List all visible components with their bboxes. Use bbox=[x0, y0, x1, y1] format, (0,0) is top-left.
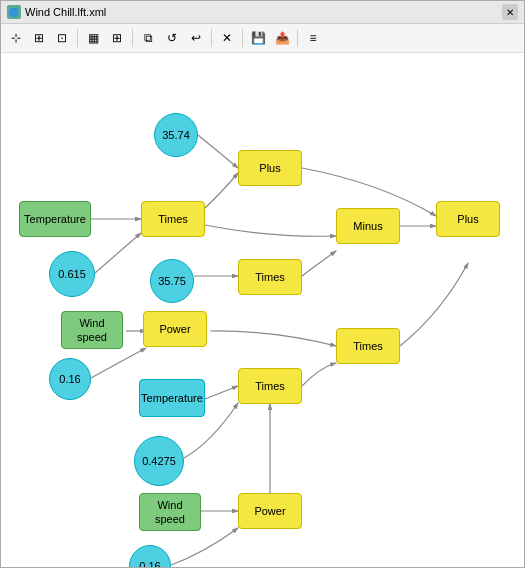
refresh-btn[interactable]: ↺ bbox=[161, 27, 183, 49]
plus2-node[interactable]: Plus bbox=[436, 201, 500, 237]
val-0615-node[interactable]: 0.615 bbox=[49, 251, 95, 297]
val-016b-node[interactable]: 0.16 bbox=[129, 545, 171, 567]
times2-node[interactable]: Times bbox=[238, 259, 302, 295]
close-button[interactable]: ✕ bbox=[502, 4, 518, 20]
window-title: Wind Chill.lft.xml bbox=[25, 6, 498, 18]
tool-group: ⊹ ⊞ ⊡ bbox=[5, 27, 73, 49]
copy-btn[interactable]: ⧉ bbox=[137, 27, 159, 49]
power1-node[interactable]: Power bbox=[143, 311, 207, 347]
times1-node[interactable]: Times bbox=[141, 201, 205, 237]
sep1 bbox=[77, 29, 78, 47]
select-tool-btn[interactable]: ⊹ bbox=[5, 27, 27, 49]
toolbar: ⊹ ⊞ ⊡ ▦ ⊞ ⧉ ↺ ↩ ✕ 💾 📤 ≡ bbox=[1, 24, 524, 53]
delete-btn[interactable]: ✕ bbox=[216, 27, 238, 49]
times3-node[interactable]: Times bbox=[238, 368, 302, 404]
sep2 bbox=[132, 29, 133, 47]
main-window: 🌀 Wind Chill.lft.xml ✕ ⊹ ⊞ ⊡ ▦ ⊞ ⧉ ↺ ↩ ✕… bbox=[0, 0, 525, 568]
val-3575-node[interactable]: 35.75 bbox=[150, 259, 194, 303]
plus1-node[interactable]: Plus bbox=[238, 150, 302, 186]
save-btn[interactable]: 💾 bbox=[247, 27, 269, 49]
val-04275-node[interactable]: 0.4275 bbox=[134, 436, 184, 486]
val-35-74-node[interactable]: 35.74 bbox=[154, 113, 198, 157]
app-icon: 🌀 bbox=[7, 5, 21, 19]
wind-speed1-node[interactable]: Windspeed bbox=[61, 311, 123, 349]
times4-node[interactable]: Times bbox=[336, 328, 400, 364]
sep4 bbox=[242, 29, 243, 47]
zoom-fit-btn[interactable]: ⊞ bbox=[28, 27, 50, 49]
temperature1-node[interactable]: Temperature bbox=[19, 201, 91, 237]
layout-btn[interactable]: ▦ bbox=[82, 27, 104, 49]
val-016a-node[interactable]: 0.16 bbox=[49, 358, 91, 400]
arrows-svg bbox=[1, 53, 524, 567]
titlebar: 🌀 Wind Chill.lft.xml ✕ bbox=[1, 1, 524, 24]
arrange-btn[interactable]: ⊞ bbox=[106, 27, 128, 49]
properties-btn[interactable]: ≡ bbox=[302, 27, 324, 49]
export-btn[interactable]: 📤 bbox=[271, 27, 293, 49]
temperature2-node[interactable]: Temperature bbox=[139, 379, 205, 417]
undo-btn[interactable]: ↩ bbox=[185, 27, 207, 49]
sep5 bbox=[297, 29, 298, 47]
diagram-canvas[interactable]: Temperature 35.74 Times Plus 0.615 35.75… bbox=[1, 53, 524, 567]
sep3 bbox=[211, 29, 212, 47]
wind-speed2-node[interactable]: Windspeed bbox=[139, 493, 201, 531]
zoom-btn[interactable]: ⊡ bbox=[51, 27, 73, 49]
minus1-node[interactable]: Minus bbox=[336, 208, 400, 244]
power2-node[interactable]: Power bbox=[238, 493, 302, 529]
